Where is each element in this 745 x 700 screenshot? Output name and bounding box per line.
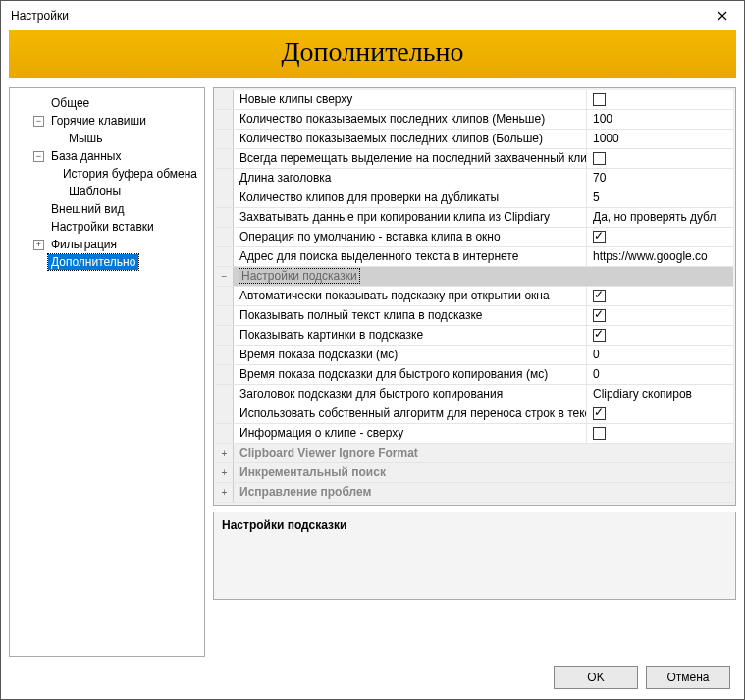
close-icon <box>718 11 727 21</box>
row-gutter <box>216 228 234 246</box>
row-gutter <box>216 188 234 207</box>
property-group-header[interactable]: +Инкрементальный поиск <box>216 463 733 483</box>
cancel-button[interactable]: Отмена <box>646 666 730 689</box>
tree-label: Фильтрация <box>48 237 120 252</box>
property-value[interactable]: 100 <box>587 110 733 129</box>
property-label: Использовать собственный алгоритм для пе… <box>234 404 587 423</box>
tree-item[interactable]: −Горячие клавиши <box>14 112 200 130</box>
property-row[interactable]: Захватывать данные при копировании клипа… <box>216 208 733 228</box>
property-row[interactable]: Использовать собственный алгоритм для пе… <box>216 404 733 424</box>
property-group-header[interactable]: +Clipboard Viewer Ignore Format <box>216 444 733 463</box>
nav-tree[interactable]: Общее−Горячие клавишиМышь−База данныхИст… <box>9 87 205 657</box>
row-gutter <box>216 149 234 168</box>
expand-icon[interactable]: + <box>216 483 234 502</box>
property-value[interactable] <box>587 287 733 305</box>
expand-icon[interactable]: + <box>216 444 234 462</box>
property-row[interactable]: Заголовок подсказки для быстрого копиров… <box>216 385 733 404</box>
window-title: Настройки <box>11 9 69 23</box>
property-row[interactable]: Длина заголовка70 <box>216 169 733 188</box>
group-label: Clipboard Viewer Ignore Format <box>234 444 733 462</box>
tree-label: Мышь <box>66 131 106 146</box>
property-value[interactable] <box>587 404 733 423</box>
close-button[interactable] <box>700 1 744 30</box>
property-value[interactable]: 1000 <box>587 130 733 148</box>
property-label: Показывать полный текст клипа в подсказк… <box>234 306 587 325</box>
property-row[interactable]: Операция по умолчанию - вставка клипа в … <box>216 228 733 247</box>
tree-item[interactable]: −База данных <box>14 147 200 165</box>
property-label: Адрес для поиска выделенного текста в ин… <box>234 247 587 266</box>
checkbox[interactable] <box>593 407 606 420</box>
tree-item[interactable]: Настройки вставки <box>14 218 200 236</box>
property-row[interactable]: Адрес для поиска выделенного текста в ин… <box>216 247 733 267</box>
tree-label: База данных <box>48 148 124 164</box>
collapse-icon[interactable]: − <box>33 151 44 162</box>
property-row[interactable]: Показывать полный текст клипа в подсказк… <box>216 306 733 326</box>
property-row[interactable]: Показывать картинки в подсказке <box>216 326 733 346</box>
property-value[interactable]: Да, но проверять дубл <box>587 208 733 227</box>
property-label: Время показа подсказки для быстрого копи… <box>234 365 587 384</box>
ok-button[interactable]: OK <box>554 666 638 689</box>
property-value[interactable]: 70 <box>587 169 733 188</box>
description-panel: Настройки подсказки <box>213 512 736 600</box>
row-gutter <box>216 404 234 423</box>
tree-item[interactable]: Шаблоны <box>14 183 200 200</box>
group-label: Инкрементальный поиск <box>234 463 733 482</box>
tree-label: Общее <box>48 95 92 111</box>
page-title-banner: Дополнительно <box>9 30 736 78</box>
description-title: Настройки подсказки <box>222 518 727 532</box>
property-row[interactable]: Время показа подсказки для быстрого копи… <box>216 365 733 385</box>
property-row[interactable]: Всегда перемещать выделение на последний… <box>216 149 733 169</box>
button-bar: OK Отмена <box>554 666 730 689</box>
group-label: Исправление проблем <box>234 483 733 502</box>
property-row[interactable]: Время показа подсказки (мс)0 <box>216 346 733 365</box>
property-row[interactable]: Новые клипы сверху <box>216 90 733 110</box>
collapse-icon[interactable]: − <box>216 267 234 286</box>
tree-label: Настройки вставки <box>48 219 157 235</box>
property-row[interactable]: Информация о клипе - сверху <box>216 424 733 444</box>
property-row[interactable]: Количество клипов для проверки на дублик… <box>216 188 733 208</box>
row-gutter <box>216 424 234 443</box>
checkbox[interactable] <box>593 427 606 440</box>
property-value[interactable] <box>587 90 733 109</box>
tree-item[interactable]: +Фильтрация <box>14 236 200 253</box>
property-value[interactable]: 0 <box>587 365 733 384</box>
row-gutter <box>216 208 234 227</box>
property-group-header[interactable]: −Настройки подсказки <box>216 267 733 287</box>
collapse-icon[interactable]: − <box>33 116 44 127</box>
tree-item[interactable]: Общее <box>14 94 200 112</box>
property-label: Время показа подсказки (мс) <box>234 346 587 364</box>
property-value[interactable]: Clipdiary скопиров <box>587 385 733 404</box>
property-label: Автоматически показывать подсказку при о… <box>234 287 587 305</box>
checkbox[interactable] <box>593 329 606 342</box>
checkbox[interactable] <box>593 93 606 106</box>
row-gutter <box>216 346 234 364</box>
property-value[interactable] <box>587 306 733 325</box>
property-value[interactable] <box>587 149 733 168</box>
tree-label: История буфера обмена <box>60 166 200 182</box>
checkbox[interactable] <box>593 290 606 302</box>
property-label: Захватывать данные при копировании клипа… <box>234 208 587 227</box>
property-row[interactable]: Количество показываемых последних клипов… <box>216 130 733 149</box>
property-group-header[interactable]: +Исправление проблем <box>216 483 733 503</box>
row-gutter <box>216 110 234 129</box>
tree-item[interactable]: История буфера обмена <box>14 165 200 183</box>
property-value[interactable] <box>587 424 733 443</box>
property-grid[interactable]: Новые клипы сверхуКоличество показываемы… <box>213 87 736 506</box>
titlebar: Настройки <box>1 1 744 30</box>
property-label: Показывать картинки в подсказке <box>234 326 587 345</box>
tree-item[interactable]: Мышь <box>14 130 200 147</box>
checkbox[interactable] <box>593 231 606 243</box>
expand-icon[interactable]: + <box>216 463 234 482</box>
property-value[interactable] <box>587 228 733 246</box>
tree-item[interactable]: Внешний вид <box>14 200 200 218</box>
property-value[interactable]: 5 <box>587 188 733 207</box>
property-value[interactable] <box>587 326 733 345</box>
checkbox[interactable] <box>593 309 606 322</box>
expand-icon[interactable]: + <box>33 240 44 250</box>
property-value[interactable]: 0 <box>587 346 733 364</box>
property-value[interactable]: https://www.google.cо <box>587 247 733 266</box>
property-row[interactable]: Количество показываемых последних клипов… <box>216 110 733 130</box>
checkbox[interactable] <box>593 152 606 165</box>
tree-item[interactable]: Дополнительно <box>14 253 200 271</box>
property-row[interactable]: Автоматически показывать подсказку при о… <box>216 287 733 306</box>
